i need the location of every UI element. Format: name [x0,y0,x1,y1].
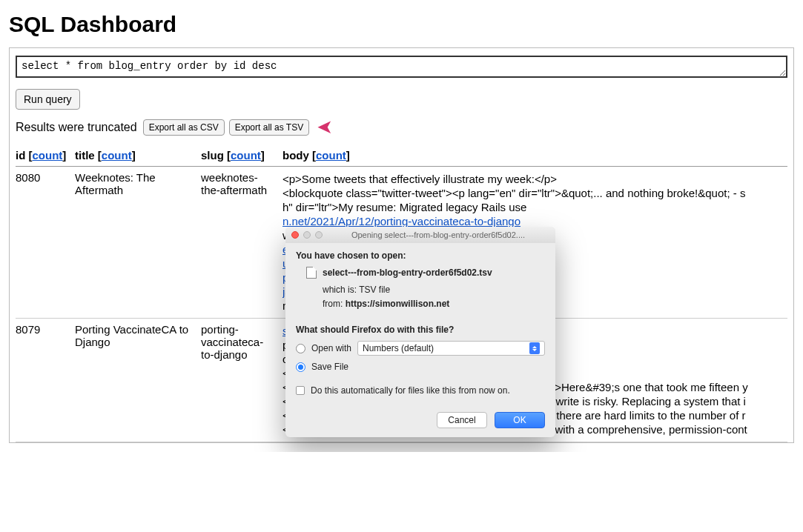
open-with-select[interactable]: Numbers (default) [357,341,545,356]
sql-input[interactable] [16,56,787,78]
count-link-title[interactable]: count [102,149,132,162]
from-value: https://simonwillison.net [346,299,450,309]
col-header-slug: slug [count] [201,144,282,167]
count-link-id[interactable]: count [33,149,63,162]
save-file-label: Save File [311,362,348,372]
chosen-label: You have chosen to open: [296,250,406,261]
minimize-icon [303,231,311,239]
which-is-value: TSV file [359,285,390,295]
open-with-radio[interactable] [296,344,305,353]
file-icon [306,267,317,279]
count-link-body[interactable]: count [316,149,346,162]
cell-slug: weeknotes-the-aftermath [201,167,282,319]
export-csv-button[interactable]: Export all as CSV [143,119,225,136]
open-with-app: Numbers (default) [363,343,434,353]
auto-label: Do this automatically for files like thi… [311,385,510,396]
maximize-icon [315,231,323,239]
results-truncated-label: Results were truncated [16,121,137,134]
dialog-title: Opening select---from-blog-entry-order6f… [327,230,549,239]
dialog-filename: select---from-blog-entry-order6f5d02.tsv [323,267,492,278]
cell-id: 8079 [16,319,75,442]
cell-slug: porting-vaccinateca-to-django [201,319,282,442]
dashboard-panel: Run query Results were truncated Export … [9,47,794,443]
cell-title: Weeknotes: The Aftermath [75,167,201,319]
ok-button[interactable]: OK [495,412,545,428]
close-icon[interactable] [291,231,299,239]
chevron-updown-icon [529,342,540,354]
export-tsv-button[interactable]: Export all as TSV [229,119,309,136]
body-link[interactable]: n.net/2021/Apr/12/porting-vaccinateca-to… [282,215,521,227]
auto-checkbox[interactable] [296,386,305,395]
from-label: from: [323,299,343,309]
pointer-arrow-icon: ➤ [317,116,333,139]
dialog-titlebar: Opening select---from-blog-entry-order6f… [285,227,555,243]
which-is-label: which is: [323,285,357,295]
run-query-button[interactable]: Run query [16,89,80,110]
cancel-button[interactable]: Cancel [437,412,487,428]
dialog-question: What should Firefox do with this file? [296,325,545,335]
count-link-slug[interactable]: count [231,149,261,162]
cell-title: Porting VaccinateCA to Django [75,319,201,442]
col-header-id: id [count] [16,144,75,167]
col-header-title: title [count] [75,144,201,167]
save-file-radio[interactable] [296,362,305,372]
page-title: SQL Dashboard [9,12,794,37]
cell-id: 8080 [16,167,75,319]
open-with-label: Open with [311,343,351,353]
download-dialog: Opening select---from-blog-entry-order6f… [285,227,555,437]
col-header-body: body [count] [282,144,787,167]
